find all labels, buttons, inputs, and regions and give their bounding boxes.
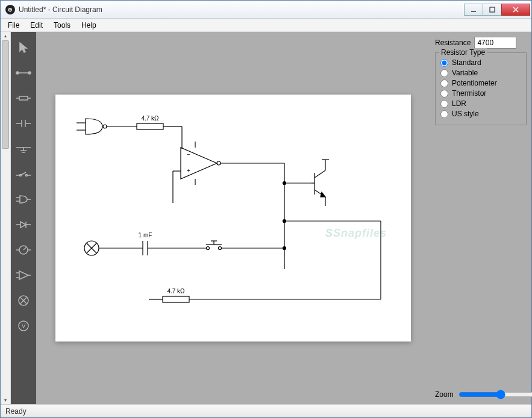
group-legend: Resistor Type xyxy=(439,48,487,57)
resistor-tool[interactable] xyxy=(13,86,34,110)
svg-rect-45 xyxy=(137,123,163,129)
radio-potentiometer[interactable] xyxy=(440,80,448,87)
svg-point-82 xyxy=(283,247,286,250)
r2-label: 4.7 kΩ xyxy=(167,288,185,295)
scroll-down-icon[interactable]: ▾ xyxy=(2,396,9,404)
capacitor-tool[interactable] xyxy=(13,111,34,136)
svg-line-20 xyxy=(20,172,26,175)
resistor-type-group: Resistor Type Standard Variable Potentio… xyxy=(435,52,527,125)
svg-point-6 xyxy=(28,72,31,74)
titlebar: ⊕ Untitled* - Circuit Diagram xyxy=(1,1,531,19)
radio-ldr[interactable] xyxy=(440,100,448,108)
c1-label: 1 mF xyxy=(139,232,152,239)
window-controls xyxy=(465,4,530,16)
radio-variable-label: Variable xyxy=(452,69,478,77)
lamp-tool[interactable] xyxy=(13,289,34,313)
statusbar: Ready xyxy=(1,404,531,417)
radio-variable[interactable] xyxy=(440,69,448,77)
tool-palette: V xyxy=(11,32,36,404)
ground-tool[interactable] xyxy=(13,137,34,161)
svg-line-31 xyxy=(23,248,26,250)
app-window: ⊕ Untitled* - Circuit Diagram File Edit … xyxy=(0,0,532,418)
radio-standard[interactable] xyxy=(440,59,448,67)
minimize-button[interactable] xyxy=(464,4,483,16)
zoom-label: Zoom xyxy=(435,390,454,399)
svg-point-43 xyxy=(103,125,107,128)
scroll-up-icon[interactable]: ▴ xyxy=(2,32,9,40)
svg-point-76 xyxy=(207,247,210,250)
properties-panel: Resistance Resistor Type Standard Variab… xyxy=(430,32,531,404)
svg-text:+: + xyxy=(187,167,190,174)
resistance-label: Resistance xyxy=(435,39,471,47)
radio-us-style-label: US style xyxy=(452,110,479,118)
status-text: Ready xyxy=(5,407,27,416)
close-button[interactable] xyxy=(501,4,530,16)
menu-help[interactable]: Help xyxy=(77,20,101,31)
menu-edit[interactable]: Edit xyxy=(25,20,48,31)
canvas-area[interactable]: 4.7 kΩ − + xyxy=(36,32,430,404)
radio-thermistor-label: Thermistor xyxy=(452,89,486,98)
menubar: File Edit Tools Help xyxy=(1,19,531,32)
maximize-button[interactable] xyxy=(483,4,502,16)
radio-ldr-label: LDR xyxy=(452,99,466,108)
zoom-slider[interactable] xyxy=(458,390,532,399)
switch-tool[interactable] xyxy=(13,162,34,186)
circuit-canvas[interactable]: 4.7 kΩ − + xyxy=(55,95,411,342)
radio-potentiometer-label: Potentiometer xyxy=(452,79,497,87)
svg-rect-84 xyxy=(163,296,189,302)
radio-thermistor[interactable] xyxy=(440,90,448,98)
svg-text:V: V xyxy=(22,323,26,329)
svg-line-61 xyxy=(315,170,325,178)
svg-point-77 xyxy=(219,247,222,250)
svg-rect-8 xyxy=(19,96,28,100)
radio-us-style[interactable] xyxy=(440,110,448,118)
resistance-row: Resistance xyxy=(435,37,527,49)
menu-tools[interactable]: Tools xyxy=(49,20,75,31)
wire-tool[interactable] xyxy=(13,61,34,85)
voltmeter-tool[interactable]: V xyxy=(13,314,34,338)
svg-text:−: − xyxy=(187,151,190,158)
opamp-tool[interactable] xyxy=(13,263,34,287)
content-area: ▴ ▾ V xyxy=(1,32,531,404)
svg-rect-1 xyxy=(490,7,495,12)
window-title: Untitled* - Circuit Diagram xyxy=(19,5,465,14)
radio-standard-label: Standard xyxy=(452,58,481,67)
gate-tool[interactable] xyxy=(13,187,34,211)
resistance-input[interactable] xyxy=(474,37,516,49)
left-scrollbar[interactable]: ▴ ▾ xyxy=(1,32,11,404)
zoom-row: Zoom xyxy=(435,384,527,399)
app-icon: ⊕ xyxy=(5,5,15,14)
menu-file[interactable]: File xyxy=(3,20,24,31)
diode-tool[interactable] xyxy=(13,213,34,237)
r1-label: 4.7 kΩ xyxy=(141,115,159,122)
meter-tool[interactable] xyxy=(13,238,34,262)
scroll-thumb[interactable] xyxy=(2,40,9,149)
pointer-tool[interactable] xyxy=(13,36,34,60)
